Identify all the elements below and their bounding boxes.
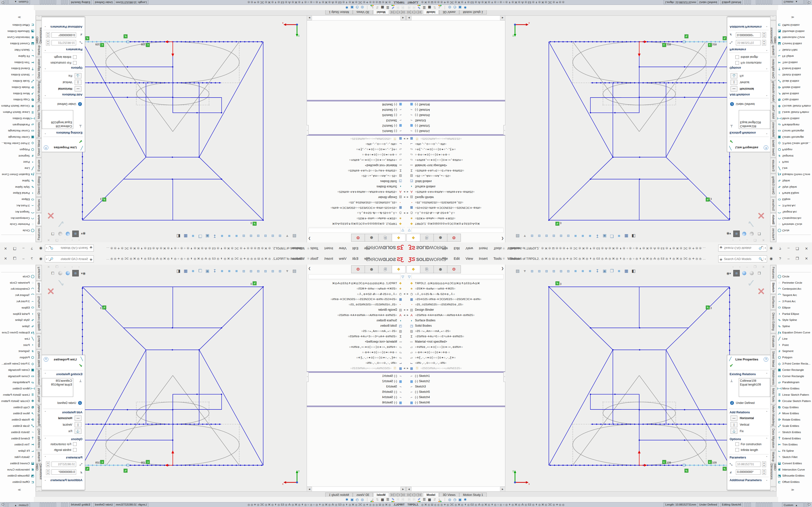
- scroll-right-icon[interactable]: ▶: [500, 15, 505, 20]
- close-button[interactable]: ✕: [804, 257, 809, 261]
- tab-evaluate[interactable]: Evaluate: [770, 158, 776, 173]
- tool-polygon[interactable]: ⬡Polygon: [776, 147, 812, 153]
- tab-evaluate[interactable]: Evaluate: [36, 334, 42, 349]
- tab-markup[interactable]: Markup: [36, 44, 42, 57]
- bottom-toolbar-icon[interactable]: ✐: [392, 5, 394, 10]
- tree-row[interactable]: ◔○Ƨ5⸝⊚Ƨ5ИNƐƧ5○◦○Ƨ5ƐИNƧ5⊚⸝Ƨ5○: [406, 200, 505, 205]
- tool-segment[interactable]: #Segment: [0, 153, 36, 159]
- tab-weldments[interactable]: Weldments: [36, 369, 42, 386]
- tab-weldments[interactable]: Weldments: [36, 121, 42, 138]
- tab-sheet-metal[interactable]: Sheet Metal: [770, 350, 776, 369]
- configurationmanager-tab[interactable]: ⊕: [434, 265, 447, 273]
- scroll-track[interactable]: [412, 15, 500, 20]
- menu-file[interactable]: File: [442, 257, 448, 261]
- tool-style-spline[interactable]: ∿Style Spline: [776, 184, 812, 190]
- tab-evaluate[interactable]: Evaluate: [36, 158, 42, 173]
- tool-center-rectangle[interactable]: ▣Center Rectangle: [0, 134, 36, 140]
- tool-corner-rectangle[interactable]: ▭Corner Rectangle: [0, 128, 36, 134]
- collapse-icon[interactable]: ⌃: [766, 438, 768, 440]
- tree-row-design-binder[interactable]: ▶▤Design Binder: [307, 194, 406, 200]
- tree-row-sketch5[interactable]: ⌐(-)Sketch5: [406, 113, 505, 118]
- tool-copy-entities[interactable]: ⧉Copy Entities: [776, 97, 812, 103]
- search-icon[interactable]: 🔍: [759, 257, 763, 261]
- checkbox-icon[interactable]: [73, 55, 77, 59]
- tree-scrollbar[interactable]: ◀ ▶: [306, 15, 406, 20]
- tree-row[interactable]: ▶▩⚿○Ƨ5ƐƐИNA∪+○◦○+∪AИNƐƐƧ5○: [406, 136, 505, 142]
- tree-row[interactable]: ◔○Ƨ5⸝⊚Ƨ5ИNƐƧ5○◦○Ƨ5ƐИNƧ5⊚⸝Ƨ5○: [307, 200, 406, 205]
- parameters-header[interactable]: Parameters: [729, 48, 746, 51]
- doc-tab-motion-study-1[interactable]: Motion Study 1: [325, 493, 353, 497]
- angle-stepper[interactable]: ▲▼: [46, 469, 50, 475]
- checkbox-infinite-length[interactable]: Infinite length: [54, 55, 77, 59]
- collapse-icon[interactable]: ⌃: [44, 456, 46, 458]
- expand-arrow-icon[interactable]: ▶: [406, 308, 409, 311]
- tab-mesh-modeling[interactable]: Mesh Modeling: [36, 80, 42, 102]
- doc-tab-model[interactable]: Model: [423, 493, 439, 497]
- tool-scale-entities[interactable]: ⤢Scale Entities: [0, 78, 36, 84]
- search-input[interactable]: [723, 246, 759, 250]
- tree-row-surface-bodies[interactable]: ◗Surface Bodies: [406, 184, 505, 189]
- add-relation-vertical[interactable]: ❘Vertical: [63, 80, 82, 85]
- tree-row[interactable]: ▶A○Ƨ5ИN⊚◦✛A✛⊚ИNA○◦○AИN⊚✛A✛◦⊚ИNƧ5○: [307, 313, 406, 318]
- tool-offset-entities[interactable]: ⊏Offset Entities: [0, 22, 36, 28]
- tool-trim-entities[interactable]: ✂Trim Entities: [776, 442, 812, 448]
- menu-tools[interactable]: Tools: [310, 246, 318, 250]
- tool-sketch-fillet[interactable]: ◝Sketch Fillet: [776, 47, 812, 53]
- tree-row-solid-bodies[interactable]: ◳Solid Bodies: [406, 323, 505, 328]
- displaymanager-tab[interactable]: ❂: [351, 265, 365, 273]
- add-relation-vertical[interactable]: ❘Vertical: [730, 422, 749, 427]
- tab-scroll-icon[interactable]: ▸❙: [418, 493, 422, 497]
- close-button[interactable]: ✕: [804, 246, 809, 250]
- menu-insert[interactable]: Insert: [479, 257, 488, 261]
- tool-circular-sketch-pattern[interactable]: ✲Circular Sketch Pattern: [0, 103, 36, 109]
- account-icon[interactable]: ◉: [38, 257, 44, 261]
- tool-move-entities[interactable]: ↗Move Entities: [776, 91, 812, 97]
- tree-row[interactable]: ▨○Ƨ5·∩⁎⸝Am○◦○mA⸝⁎∩·Ƨ5○: [406, 173, 505, 179]
- filter-field[interactable]: [308, 274, 400, 279]
- bottom-toolbar-icon[interactable]: ☰: [386, 498, 389, 501]
- tool-rotate-entities[interactable]: ⟳Rotate Entities: [776, 416, 812, 423]
- tool-convert-entities[interactable]: ⬓Convert Entities: [0, 460, 36, 466]
- tool-intersection-curve[interactable]: ≶Intersection Curve: [776, 466, 812, 473]
- checkbox-for-construction[interactable]: For construction: [735, 61, 761, 65]
- tree-row[interactable]: ▱○✛ИN⊚⸝+○⁕⊙⟦○◦○⟧⊙⁕○+⸝⊚ИN✛○: [406, 344, 505, 350]
- scroll-track[interactable]: [312, 15, 400, 20]
- bottom-toolbar-icon[interactable]: ⎘: [397, 498, 399, 502]
- expand-arrow-icon[interactable]: ▶: [403, 196, 406, 199]
- tab-sketch[interactable]: Sketch: [36, 281, 42, 294]
- rollback-bar[interactable]: [406, 100, 505, 101]
- add-relation-fix[interactable]: ⚓Fix: [68, 73, 82, 78]
- tool-perimeter-circle[interactable]: ◌Perimeter Circle: [776, 221, 812, 227]
- tree-filter[interactable]: ▽: [308, 227, 405, 233]
- tool-tangent-arc[interactable]: ⌒Tangent Arc: [776, 209, 812, 215]
- tool-extend-entities[interactable]: ⍑Extend Entities: [0, 65, 36, 72]
- bottom-toolbar-icon[interactable]: ◷: [356, 6, 359, 9]
- tree-filter[interactable]: ▽: [407, 274, 504, 280]
- tool-extend-entities[interactable]: ⍑Extend Entities: [776, 65, 812, 72]
- expand-arrow-icon[interactable]: ▶: [406, 212, 409, 214]
- tool-polygon[interactable]: ⬡Polygon: [0, 147, 36, 153]
- collapse-icon[interactable]: ⌃: [44, 373, 46, 375]
- tree-row[interactable]: Σ○Ƨ5ИN⊚◦✛A∪ᵚƐ○◦○Ɛᵚ∪A✛◦⊚ИNƧ5○: [307, 334, 406, 339]
- tool-sketch-fillet[interactable]: ◝Sketch Fillet: [0, 454, 36, 460]
- pm-help-icon[interactable]: ?: [764, 145, 768, 150]
- bottom-toolbar-icon[interactable]: ▣: [350, 6, 354, 9]
- tool-offset-entities[interactable]: ⊏Offset Entities: [776, 479, 812, 485]
- tree-row[interactable]: ▨○Ƨ5·∩⁎⸝Am○◦○mA⸝⁎∩·Ƨ5○: [307, 173, 406, 179]
- angle-input[interactable]: [736, 32, 761, 38]
- tool-equation-driven-curve[interactable]: ƒxEquation Driven Curve: [776, 329, 812, 336]
- tool-intersection-curve[interactable]: ≶Intersection Curve: [0, 35, 36, 41]
- bottom-toolbar-icon[interactable]: ⎘: [401, 498, 404, 502]
- checkbox-icon[interactable]: [735, 442, 739, 446]
- tree-row[interactable]: ▱○·⊚✛○⁕⊙⟦○◦○⟧⊙⁕○✛⊚·○: [307, 152, 406, 157]
- tree-row[interactable]: ★○Ƨ5Ж✛◦⊚⌀A⌀○◦○⌀A⊚◦✛ЖƧ5○: [406, 286, 505, 291]
- tool-intersection-curve[interactable]: ≶Intersection Curve: [0, 466, 36, 473]
- more-tools-icon[interactable]: ≫: [18, 488, 21, 492]
- tab-mold-tools[interactable]: Mold Tools: [36, 386, 42, 404]
- menu-tools[interactable]: Tools: [310, 257, 318, 261]
- length-stepper[interactable]: ▲▼: [762, 461, 766, 467]
- tab-scroll-icon[interactable]: ◂: [398, 10, 402, 14]
- restore-button[interactable]: ❐: [795, 246, 800, 250]
- expand-arrow-icon[interactable]: ▶: [403, 137, 406, 140]
- tool-partial-ellipse[interactable]: ◖Partial Ellipse: [776, 311, 812, 317]
